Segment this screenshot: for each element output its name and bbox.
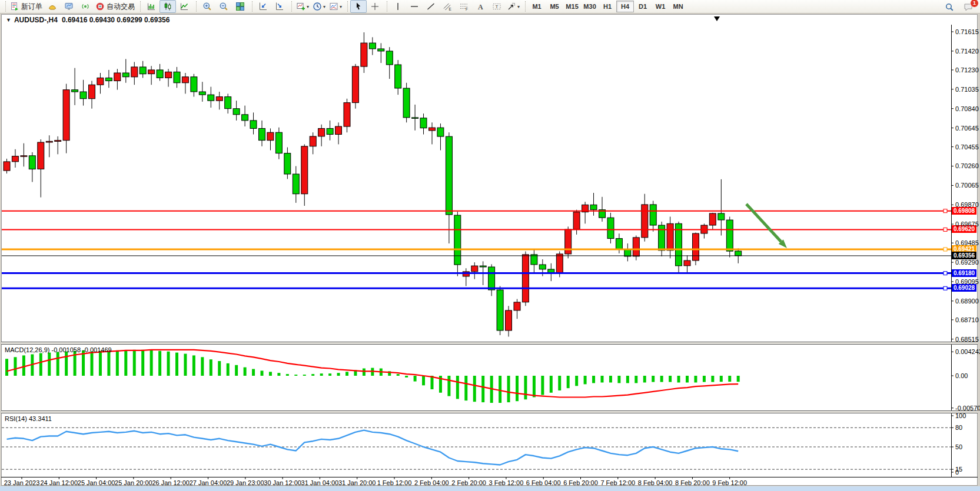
periods-button[interactable]: ▾ [311,0,327,13]
candle-chart-mode-button[interactable] [160,0,176,13]
notifications-button[interactable]: 1 [960,1,976,14]
candle [259,121,265,146]
candle [4,159,10,173]
market-monitor-button[interactable] [61,0,77,13]
channel-tool-button[interactable]: E [439,0,456,13]
candle [531,249,537,273]
crosshair-icon [370,2,380,11]
candle [267,128,274,150]
chevron-down-icon[interactable]: ▾ [517,4,520,9]
vline-icon [393,2,403,11]
hline-handle[interactable] [944,228,947,231]
candle [361,32,367,73]
crosshair-tool-button[interactable] [367,0,383,13]
candle [463,268,469,286]
candle [497,286,503,336]
chevron-down-icon[interactable]: ▾ [340,4,342,9]
label-tool-button[interactable]: T [489,0,505,13]
chart-ohlc-quotes: 0.69416 0.69430 0.69299 0.69356 [62,16,170,24]
search-button[interactable] [941,1,958,14]
candle [378,43,384,63]
timeframe-d1-button[interactable]: D1 [634,1,652,12]
candle [174,67,180,88]
timeframe-h4-button[interactable]: H4 [616,1,634,12]
candle [250,112,257,134]
templates-button[interactable]: ▾ [327,0,344,13]
candle [97,73,104,93]
new-order-icon [10,2,19,11]
toolbar-grip [193,1,197,12]
candle [310,132,316,154]
candle [122,59,129,82]
text-tool-button[interactable]: A [472,0,489,13]
candle [318,125,325,146]
candle [616,233,622,253]
zoom-in-button[interactable] [199,0,215,13]
time-axis-separator [1,477,978,477]
auto-scroll-button[interactable] [255,0,271,13]
chart-shift-marker-icon[interactable] [714,16,720,21]
timeframe-m15-button[interactable]: M15 [563,1,581,12]
toolbar-grip [344,1,348,12]
zoom-out-button[interactable] [215,0,232,13]
candle [718,179,725,236]
gold-trade-button[interactable] [44,0,61,13]
trendline-tool-button[interactable] [423,0,439,13]
tile-windows-button[interactable] [232,0,248,13]
line-chart-icon [180,2,189,11]
auto-trading-button[interactable]: 自动交易 [94,0,137,13]
line-chart-mode-button[interactable] [176,0,192,13]
vertical-line-tool-button[interactable] [390,0,406,13]
price-axis-separator[interactable] [951,25,952,477]
toolbar-grip [137,1,141,12]
timeframe-m1-button[interactable]: M1 [528,1,546,12]
candle [701,223,707,238]
candle [446,132,452,243]
candle [208,87,214,108]
hline-handle[interactable] [944,248,947,251]
svg-text:A: A [478,3,483,11]
candle [284,148,291,179]
candle [352,64,358,109]
candle [139,61,146,78]
chevron-down-icon[interactable]: ▾ [307,4,309,9]
template-icon [329,2,338,11]
timeframe-m30-button[interactable]: M30 [581,1,599,12]
timeframe-w1-button[interactable]: W1 [652,1,669,12]
candle [72,68,78,105]
new-chart-button[interactable]: ▾ [294,0,311,13]
chart-dropdown-icon[interactable]: ▼ [6,17,11,23]
bar-chart-mode-button[interactable] [143,0,160,13]
trend-arrow[interactable] [746,204,781,242]
macd-panel-splitter[interactable] [1,342,978,345]
signals-button[interactable] [77,0,94,13]
chevron-down-icon[interactable]: ▾ [323,4,325,9]
cursor-tool-button[interactable] [350,0,367,13]
candle [420,113,427,134]
candle [659,222,665,256]
chart-shift-button[interactable] [271,0,288,13]
main-toolbar: 新订单自动交易▾▾▾EFAT▾M1M5M15M30H1H4D1W1MN1 [0,0,980,14]
zoom-out-icon [219,2,228,11]
hline-handle[interactable] [944,286,947,290]
candle [573,210,580,235]
horizontal-line-tool-button[interactable] [406,0,423,13]
toolbar-grip [288,1,292,12]
timeframe-mn-button[interactable]: MN [669,1,687,12]
fibonacci-tool-button[interactable]: F [456,0,472,13]
candle [514,299,520,319]
shapes-tool-button[interactable]: ▾ [505,0,521,13]
hline-handle[interactable] [944,272,947,275]
rsi-panel-splitter[interactable] [1,410,978,413]
candle [395,60,401,95]
hline-handle[interactable] [944,209,947,213]
timeframe-m5-button[interactable]: M5 [546,1,563,12]
timeframe-h1-button[interactable]: H1 [599,1,616,12]
toolbar-grip [2,1,6,12]
candle [21,143,27,167]
new-order-label: 新订单 [21,2,42,12]
new-order-button[interactable]: 新订单 [8,0,44,13]
chart-canvas [0,0,980,491]
new-chart-icon [296,2,305,11]
candle [642,194,648,242]
